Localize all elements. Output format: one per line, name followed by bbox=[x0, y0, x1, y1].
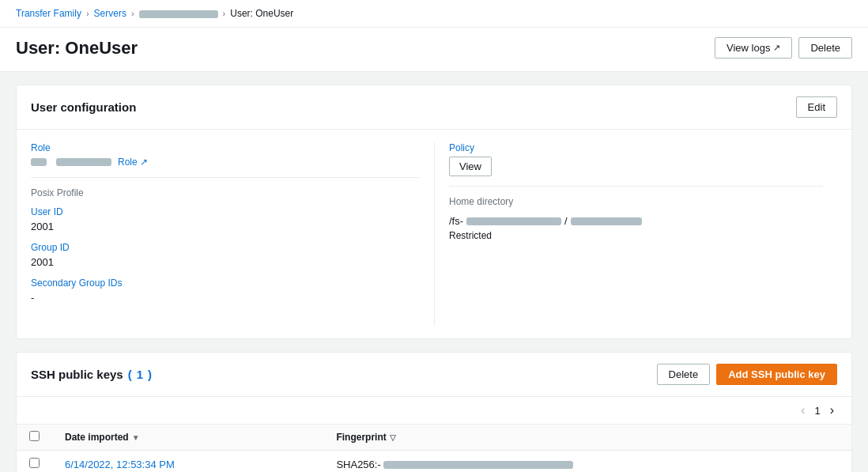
col-divider bbox=[31, 177, 420, 178]
next-page-button[interactable]: › bbox=[827, 402, 837, 419]
date-col-label: Date imported bbox=[65, 432, 129, 443]
user-config-header: User configuration Edit bbox=[17, 85, 851, 130]
breadcrumb: Transfer Family › Servers › › User: OneU… bbox=[0, 0, 868, 28]
edit-button[interactable]: Edit bbox=[796, 96, 837, 118]
table-row: 6/14/2022, 12:53:34 PM SHA256:- bbox=[17, 451, 851, 473]
policy-value: View bbox=[449, 157, 823, 176]
path-fs-masked bbox=[466, 217, 561, 225]
fingerprint-sort-icon: ▽ bbox=[390, 433, 396, 442]
header-fingerprint: Fingerprint ▽ bbox=[323, 425, 851, 451]
right-col: Policy View Home directory /fs- / Restr bbox=[434, 142, 837, 326]
ssh-delete-button[interactable]: Delete bbox=[657, 364, 711, 385]
fingerprint-masked bbox=[383, 461, 573, 469]
breadcrumb-server-id[interactable] bbox=[139, 8, 218, 19]
breadcrumb-sep-1: › bbox=[86, 9, 89, 18]
page-header: User: OneUser View logs ↗ Delete bbox=[0, 28, 868, 72]
row-date: 6/14/2022, 12:53:34 PM bbox=[52, 451, 323, 473]
role-external-icon: ↗ bbox=[140, 157, 148, 168]
fingerprint-col-label: Fingerprint bbox=[336, 432, 386, 443]
group-id-value: 2001 bbox=[31, 256, 420, 268]
user-id-label: User ID bbox=[31, 206, 420, 217]
page-title: User: OneUser bbox=[16, 38, 138, 59]
role-label: Role bbox=[31, 142, 420, 153]
row-checkbox-cell bbox=[17, 451, 52, 473]
ssh-title-text: SSH public keys bbox=[31, 368, 123, 381]
header-date: Date imported ▼ bbox=[52, 425, 323, 451]
user-config-cols: Role Role ↗ Posix Profile Use bbox=[31, 142, 837, 326]
user-config-title: User configuration bbox=[31, 100, 136, 114]
ssh-keys-card: SSH public keys (1) Delete Add SSH publi… bbox=[16, 352, 852, 472]
header-actions: View logs ↗ Delete bbox=[715, 37, 852, 59]
view-logs-label: View logs bbox=[726, 42, 770, 54]
user-id-value: 2001 bbox=[31, 221, 420, 232]
group-id-label: Group ID bbox=[31, 242, 420, 253]
restricted-badge: Restricted bbox=[449, 230, 823, 241]
add-ssh-key-button[interactable]: Add SSH public key bbox=[716, 364, 837, 385]
date-sort-icon: ▼ bbox=[132, 433, 140, 442]
home-dir-label: Home directory bbox=[449, 196, 823, 207]
breadcrumb-transfer-family[interactable]: Transfer Family bbox=[16, 8, 81, 19]
breadcrumb-sep-3: › bbox=[223, 9, 226, 18]
ssh-title: SSH public keys (1) bbox=[31, 368, 152, 381]
ssh-count-num: 1 bbox=[137, 368, 143, 381]
ssh-count-close: ) bbox=[148, 368, 152, 381]
content-area: User configuration Edit Role Role ↗ bbox=[0, 72, 868, 472]
home-dir-path: /fs- / bbox=[449, 215, 823, 227]
header-checkbox-cell bbox=[17, 425, 52, 451]
select-all-checkbox[interactable] bbox=[29, 431, 40, 441]
role-link[interactable]: Role ↗ bbox=[118, 157, 148, 168]
ssh-keys-header: SSH public keys (1) Delete Add SSH publi… bbox=[17, 353, 851, 397]
user-config-card: User configuration Edit Role Role ↗ bbox=[16, 85, 852, 339]
user-config-body: Role Role ↗ Posix Profile Use bbox=[17, 130, 851, 338]
policy-label: Policy bbox=[449, 142, 823, 153]
table-header-row: Date imported ▼ Fingerprint ▽ bbox=[17, 425, 851, 451]
view-logs-button[interactable]: View logs ↗ bbox=[715, 37, 792, 59]
role-icon-masked bbox=[31, 158, 47, 166]
path-sep: / bbox=[564, 215, 568, 227]
path-dir-masked bbox=[571, 217, 642, 225]
ssh-table-container: Date imported ▼ Fingerprint ▽ bbox=[17, 424, 851, 472]
policy-view-button[interactable]: View bbox=[449, 157, 492, 176]
row-fingerprint: SHA256:- bbox=[323, 451, 851, 473]
external-link-icon: ↗ bbox=[773, 43, 780, 53]
table-header: Date imported ▼ Fingerprint ▽ bbox=[17, 425, 851, 451]
row-checkbox[interactable] bbox=[29, 458, 40, 468]
delete-button[interactable]: Delete bbox=[798, 37, 852, 59]
table-body: 6/14/2022, 12:53:34 PM SHA256:- bbox=[17, 451, 851, 473]
right-col-divider bbox=[449, 186, 823, 187]
role-value: Role ↗ bbox=[31, 157, 420, 168]
left-col: Role Role ↗ Posix Profile Use bbox=[31, 142, 434, 326]
fingerprint-prefix: SHA256:- bbox=[336, 459, 380, 470]
prev-page-button[interactable]: ‹ bbox=[798, 402, 808, 419]
path-prefix: /fs- bbox=[449, 215, 463, 227]
ssh-keys-table: Date imported ▼ Fingerprint ▽ bbox=[17, 425, 851, 472]
date-value[interactable]: 6/14/2022, 12:53:34 PM bbox=[65, 459, 175, 470]
posix-profile-label: Posix Profile bbox=[31, 187, 420, 198]
secondary-group-label: Secondary Group IDs bbox=[31, 278, 420, 289]
role-name-masked bbox=[56, 158, 111, 166]
breadcrumb-sep-2: › bbox=[131, 9, 134, 18]
ssh-actions: Delete Add SSH public key bbox=[657, 364, 837, 385]
role-link-text: Role bbox=[118, 157, 138, 168]
secondary-group-value: - bbox=[31, 292, 420, 304]
server-id-masked bbox=[139, 10, 218, 18]
breadcrumb-user: User: OneUser bbox=[230, 8, 293, 19]
ssh-count: ( bbox=[128, 368, 132, 381]
ssh-pagination: ‹ 1 › bbox=[17, 397, 851, 424]
breadcrumb-servers[interactable]: Servers bbox=[94, 8, 126, 19]
current-page: 1 bbox=[814, 405, 820, 417]
